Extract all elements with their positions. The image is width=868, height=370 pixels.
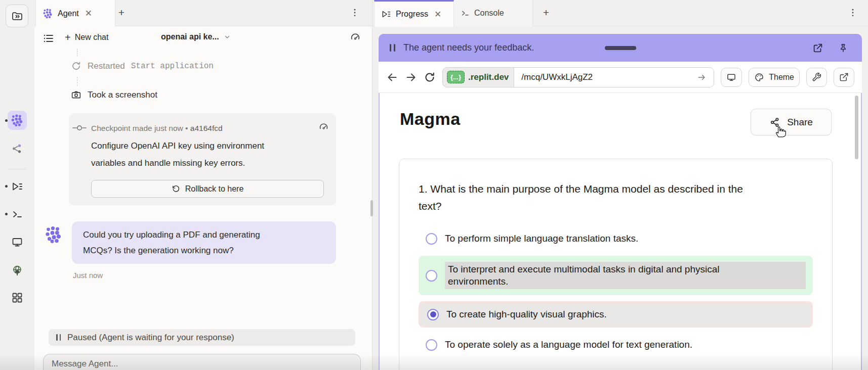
feedback-banner: The agent needs your feedback. [379,34,862,62]
tab-console[interactable]: Console [454,0,533,26]
option-row[interactable]: To create high-quality visual graphics. [419,301,813,328]
option-label: To perform simple language translation t… [445,233,638,245]
chat-history-button[interactable] [43,32,55,44]
message-input[interactable] [52,359,352,369]
host-badge[interactable]: {...} [447,71,465,83]
checkpoint-separator: • [185,124,188,132]
url-path-section[interactable]: /mcq/UWxkLjAgZ2 [514,68,714,87]
plus-icon: + [65,32,71,42]
agent-logo-icon [43,8,53,19]
sidebar-item-agent[interactable] [8,111,27,130]
go-arrow-icon[interactable] [696,72,707,82]
publish-globe-icon [11,264,23,276]
sidebar-item-all-tools[interactable] [8,288,27,307]
rollback-button[interactable]: Rollback to here [91,180,324,198]
option-radio[interactable] [426,233,437,245]
options-list: To perform simple language translation t… [419,227,813,356]
monitor-icon [11,236,23,248]
user-message-text: Could you try uploading a PDF and genera… [83,227,285,258]
rail-divider [8,169,26,169]
restart-icon [71,61,81,71]
option-radio[interactable] [427,309,439,320]
agent-tabstrip: Agent ✕ + [34,0,372,26]
kebab-menu-icon[interactable] [350,8,360,18]
checkpoint-description: Configure OpenAI API key using environme… [91,137,299,172]
camera-icon [71,89,81,100]
palette-icon [754,72,764,82]
timeline-screenshot[interactable]: Took a screenshot [71,89,157,100]
hand-cursor [772,123,788,138]
restart-label: Restarted [88,61,125,71]
left-icon-rail [0,0,34,370]
progress-flow-icon [11,180,23,193]
option-row[interactable]: To operate solely as a language model fo… [419,334,813,356]
banner-drag-handle [605,46,636,50]
paused-status-text: Paused (Agent is waiting for your respon… [67,333,234,343]
url-host: .replit.dev [468,72,509,82]
webview: Magma Share 1. What is the main purpose … [379,93,862,370]
usage-gauge-icon[interactable] [318,122,329,132]
option-radio[interactable] [426,270,437,282]
message-timestamp: Just now [73,271,103,280]
chat-title-dropdown[interactable]: openai api ke... [161,32,231,41]
wrench-icon [812,72,821,82]
rollback-label: Rollback to here [185,184,244,194]
device-preview-button[interactable] [721,68,742,87]
panel-resize-handle[interactable] [370,200,373,216]
close-icon[interactable]: ✕ [433,9,443,20]
option-row[interactable]: To interpret and execute multimodal task… [419,256,813,295]
kebab-menu-icon[interactable] [848,8,858,18]
share-button[interactable]: Share [751,109,832,135]
history-menu-icon [43,32,55,44]
user-message-bubble: Could you try uploading a PDF and genera… [72,221,336,264]
usage-gauge-icon[interactable] [350,32,361,43]
theme-button[interactable]: Theme [749,68,800,87]
timeline-restart: Restarted Start application [71,61,214,71]
forward-arrow-icon[interactable] [405,71,417,83]
sidebar-item-console[interactable] [8,205,27,224]
open-in-tab-icon[interactable] [812,42,823,54]
share-button-label: Share [787,117,813,128]
new-chat-label: New chat [75,33,109,42]
checkpoint-commit-icon [72,123,87,133]
new-tab-button[interactable]: + [540,7,552,18]
back-arrow-icon[interactable] [386,71,398,83]
close-icon[interactable]: ✕ [84,8,94,19]
pause-icon [56,334,61,341]
all-tools-grid-icon [11,292,23,304]
agent-avatar [45,225,63,244]
browser-toolbar: {...} .replit.dev /mcq/UWxkLjAgZ2 [379,62,862,93]
folder-collapse-icon [11,10,23,22]
open-external-button[interactable] [834,68,854,87]
message-composer[interactable] [43,354,361,370]
option-radio[interactable] [426,339,437,351]
devtools-button[interactable] [806,68,827,87]
tab-progress[interactable]: Progress ✕ [374,0,454,27]
preview-panel: Progress ✕ Console + The agent needs you… [372,0,868,370]
option-row[interactable]: To perform simple language translation t… [419,227,813,250]
chevron-down-icon [224,33,231,40]
paused-status-bar: Paused (Agent is waiting for your respon… [49,329,355,346]
webview-scrollbar-thumb[interactable] [855,96,858,159]
sidebar-item-monitor[interactable] [8,233,27,252]
sidebar-item-progress[interactable] [8,177,27,196]
progress-flow-icon [381,9,391,19]
pin-icon[interactable] [838,42,848,54]
timeline-connector [77,49,77,57]
tab-progress-label: Progress [396,10,428,19]
tab-agent[interactable]: Agent ✕ [35,0,115,27]
new-chat-button[interactable]: + New chat [65,32,108,42]
option-label: To interpret and execute multimodal task… [445,262,806,289]
tab-agent-label: Agent [58,9,79,18]
sidebar-item-source-control[interactable] [8,139,27,158]
collapse-panel-button[interactable] [6,5,28,27]
sidebar-item-publish[interactable] [8,261,27,280]
checkpoint-card: Checkpoint made just now • a4164fcd Conf… [69,113,336,205]
chat-title: openai api ke... [161,32,219,41]
new-tab-button[interactable]: + [115,7,128,18]
url-path: /mcq/UWxkLjAgZ2 [521,72,593,82]
url-bar[interactable]: {...} .replit.dev /mcq/UWxkLjAgZ2 [442,67,714,87]
checkpoint-label: Checkpoint made just now [91,124,183,132]
reload-icon[interactable] [424,71,436,83]
agent-panel: Agent ✕ + + New chat openai api ke... [34,0,372,370]
